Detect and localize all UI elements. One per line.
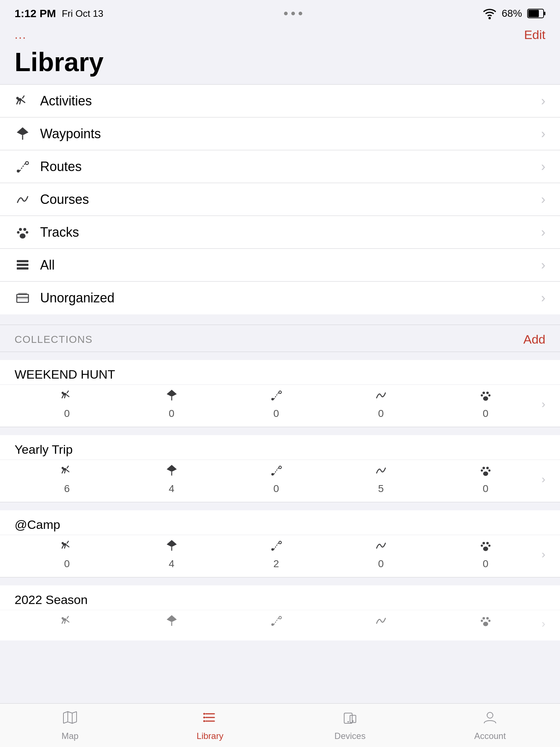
svg-line-61: [67, 541, 68, 543]
collection-row-camp[interactable]: 0 4 2: [0, 535, 560, 577]
svg-marker-77: [167, 615, 177, 622]
svg-point-50: [279, 466, 281, 469]
tab-account[interactable]: Account: [420, 709, 560, 741]
svg-line-90: [72, 712, 77, 713]
svg-marker-62: [167, 540, 177, 547]
collection-stat-routes: 0: [224, 388, 328, 419]
bottom-spacer: [0, 640, 560, 692]
svg-point-64: [271, 548, 274, 551]
tab-devices[interactable]: Devices: [280, 709, 420, 741]
svg-line-76: [67, 616, 68, 618]
svg-point-53: [481, 469, 483, 472]
svg-point-14: [19, 228, 22, 231]
svg-point-80: [279, 616, 281, 619]
list-item-routes[interactable]: Routes ›: [0, 150, 560, 183]
collection-name-weekend-hunt[interactable]: WEEKEND HUNT: [0, 360, 560, 384]
waypoints-chevron: ›: [541, 126, 545, 142]
yt-icon1: [165, 464, 179, 481]
wh-stat4: 0: [483, 408, 489, 419]
status-right: 68%: [483, 7, 545, 20]
svg-line-89: [63, 722, 68, 723]
dot3: [299, 12, 302, 15]
camp-stat3: 0: [378, 558, 384, 570]
add-collection-button[interactable]: Add: [524, 332, 546, 347]
svg-point-82: [486, 617, 489, 620]
edit-button[interactable]: Edit: [524, 28, 545, 42]
svg-line-43: [66, 470, 69, 472]
tab-map-label: Map: [62, 731, 79, 741]
svg-line-44: [62, 471, 63, 473]
all-label: All: [40, 258, 541, 273]
list-item-activities[interactable]: Activities ›: [0, 85, 560, 117]
collection-name-2022[interactable]: 2022 Season: [0, 585, 560, 610]
yt-chevron: ›: [541, 472, 545, 486]
library-list: Activities › Waypoints › Routes ›: [0, 84, 560, 314]
courses-chevron: ›: [541, 192, 545, 207]
yt-stat0: 6: [64, 483, 70, 495]
svg-line-6: [22, 100, 25, 102]
unorganized-icon: [15, 290, 36, 306]
camp-stat1: 4: [169, 558, 175, 570]
list-item-courses[interactable]: Courses ›: [0, 183, 560, 216]
list-item-all[interactable]: All ›: [0, 249, 560, 282]
yt-icon4: [479, 464, 493, 481]
collection-stat-waypoints: 0: [119, 388, 224, 419]
collection-row-yearly-trip[interactable]: 6 4 0: [0, 460, 560, 502]
stat-courses-icon: [374, 388, 388, 406]
svg-point-101: [347, 721, 349, 723]
camp-chevron: ›: [541, 547, 545, 561]
tab-map[interactable]: Map: [0, 709, 140, 741]
tracks-icon: [15, 224, 36, 240]
page-title: Library: [0, 43, 560, 84]
svg-point-65: [279, 541, 281, 544]
svg-point-5: [16, 97, 19, 99]
svg-rect-21: [17, 267, 28, 270]
tab-library[interactable]: Library: [140, 709, 280, 741]
list-item-waypoints[interactable]: Waypoints ›: [0, 117, 560, 150]
svg-rect-20: [17, 264, 28, 266]
collection-name-yearly-trip[interactable]: Yearly Trip: [0, 435, 560, 460]
nav-dots[interactable]: ...: [15, 28, 27, 42]
collection-row-weekend-hunt[interactable]: 0 0 0: [0, 384, 560, 427]
collection-row-2022[interactable]: ›: [0, 610, 560, 640]
svg-marker-32: [167, 390, 177, 396]
svg-point-69: [488, 545, 490, 547]
svg-line-59: [62, 546, 63, 548]
svg-marker-10: [17, 127, 28, 135]
svg-point-17: [26, 231, 28, 233]
svg-rect-3: [544, 12, 545, 15]
yt-icon3: [374, 464, 388, 481]
status-date: Fri Oct 13: [62, 8, 103, 19]
svg-point-49: [271, 473, 274, 476]
svg-point-102: [352, 720, 354, 722]
all-chevron: ›: [541, 258, 545, 273]
collections-label: COLLECTIONS: [15, 334, 93, 345]
camp-stat0: 0: [64, 558, 70, 570]
svg-point-37: [486, 392, 489, 394]
svg-line-9: [23, 96, 24, 98]
collection-weekend-hunt: WEEKEND HUNT 0 0: [0, 360, 560, 427]
collection-name-camp[interactable]: @Camp: [0, 510, 560, 535]
svg-rect-25: [18, 293, 27, 295]
svg-line-31: [67, 391, 68, 393]
activities-icon: [15, 93, 36, 109]
svg-point-42: [61, 467, 63, 469]
wh-stat0: 0: [64, 408, 70, 419]
yt-stat2: 0: [273, 483, 279, 495]
svg-rect-2: [528, 10, 539, 17]
list-item-unorganized[interactable]: Unorganized ›: [0, 282, 560, 314]
list-item-tracks[interactable]: Tracks ›: [0, 216, 560, 249]
svg-point-103: [487, 712, 493, 718]
svg-line-58: [66, 545, 69, 547]
svg-point-35: [279, 391, 281, 394]
s22-icon4: [479, 614, 493, 631]
svg-point-66: [482, 542, 485, 545]
status-center-dots: [284, 12, 302, 15]
routes-icon: [15, 159, 36, 175]
camp-icon4: [479, 539, 493, 556]
svg-line-29: [62, 395, 63, 398]
waypoints-label: Waypoints: [40, 126, 541, 142]
svg-point-38: [481, 394, 483, 396]
dot1: [284, 12, 288, 15]
tab-account-label: Account: [474, 731, 506, 741]
